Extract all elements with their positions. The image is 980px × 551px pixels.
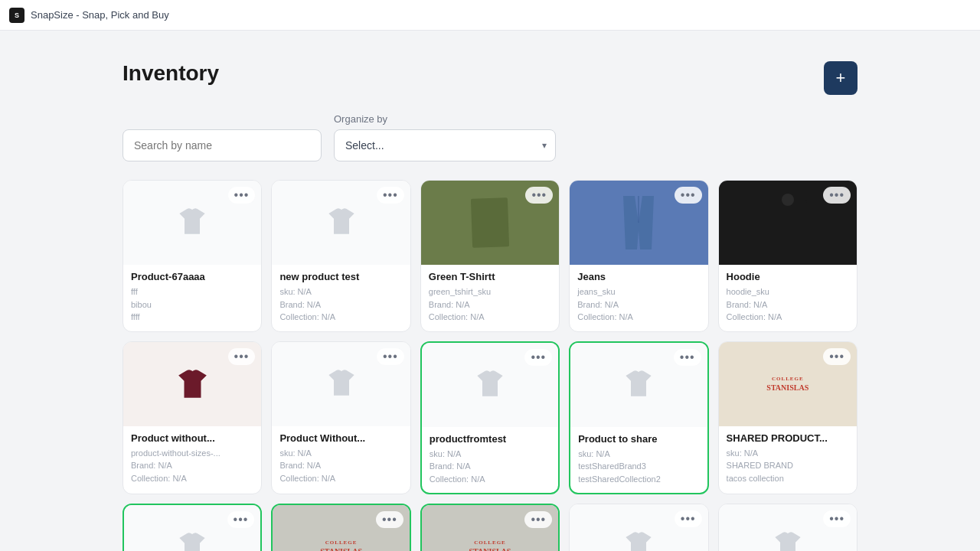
- card-meta: sku: N/AtestSharedBrand3testSharedCollec…: [578, 448, 699, 486]
- add-product-button[interactable]: +: [824, 61, 858, 95]
- more-options-button[interactable]: •••: [227, 511, 255, 528]
- card-meta-line: testSharedBrand3: [578, 460, 699, 473]
- card-image: COLLEGE STANISLAS •••: [422, 505, 558, 551]
- more-options-button[interactable]: •••: [377, 187, 404, 204]
- topbar-title: SnapSize - Snap, Pick and Buy: [31, 9, 169, 21]
- product-card[interactable]: ••• Green T-Shirtt green_tshirt_skuBrand…: [420, 180, 560, 332]
- placeholder-shirt-icon: [471, 364, 509, 406]
- more-options-button[interactable]: •••: [525, 187, 553, 204]
- card-body: Product-67aaaa fffbibouffff: [123, 265, 261, 331]
- filters-row: Organize by Select... Brand Collection S…: [122, 113, 858, 161]
- product-card[interactable]: ••• Product row3d sku: N/ABrand: N/AColl…: [569, 504, 708, 551]
- card-image: •••: [570, 181, 707, 265]
- more-options-button[interactable]: •••: [674, 349, 701, 366]
- product-card[interactable]: ••• Product Without... sku: N/ABrand: N/…: [271, 341, 410, 495]
- more-options-button[interactable]: •••: [228, 348, 256, 365]
- card-image: •••: [272, 181, 410, 265]
- card-product-name: Jeans: [577, 271, 700, 282]
- card-body: Hoodie hoodie_skuBrand: N/ACollection: N…: [719, 265, 857, 331]
- organize-select[interactable]: Select... Brand Collection SKU: [334, 129, 556, 161]
- card-meta-line: sku: N/A: [578, 448, 699, 461]
- more-options-button[interactable]: •••: [823, 187, 851, 204]
- card-product-name: productfromtest: [430, 433, 550, 445]
- card-meta: sku: N/ABrand: N/ACollection: N/A: [430, 448, 550, 486]
- product-card[interactable]: ••• Product to share sku: N/AtestSharedB…: [569, 341, 708, 495]
- card-meta-line: sku: N/A: [430, 448, 550, 461]
- more-options-button[interactable]: •••: [377, 348, 404, 365]
- card-meta-line: Brand: N/A: [727, 298, 849, 311]
- card-product-name: Product to share: [578, 433, 699, 445]
- card-meta-line: Collection: N/A: [279, 311, 402, 324]
- card-product-name: new product test: [279, 271, 402, 282]
- product-card[interactable]: ••• Product without... product-without-s…: [122, 341, 262, 495]
- card-meta-line: Brand: N/A: [577, 298, 700, 311]
- card-product-name: SHARED PRODUCT...: [727, 432, 849, 444]
- placeholder-shirt-icon: [769, 526, 807, 551]
- card-meta-line: green_tshirt_sku: [429, 285, 551, 298]
- more-options-button[interactable]: •••: [524, 511, 552, 528]
- product-card[interactable]: ••• Hoodie hoodie_skuBrand: N/ACollectio…: [718, 180, 858, 332]
- card-meta-line: Brand: N/A: [131, 459, 253, 472]
- card-product-name: Green T-Shirtt: [429, 271, 551, 282]
- main-content: Inventory + Organize by Select... Brand …: [0, 31, 980, 551]
- page-title: Inventory: [122, 61, 219, 86]
- card-meta: product-without-sizes-...Brand: N/AColle…: [131, 447, 253, 485]
- organize-by-label: Organize by: [334, 113, 556, 125]
- product-card[interactable]: ••• Product-67aaaa fffbibouffff: [122, 180, 262, 332]
- product-card[interactable]: COLLEGE STANISLAS ••• SHARED PRODUCT2 sk…: [271, 504, 410, 551]
- placeholder-shirt-icon: [619, 364, 658, 406]
- card-meta: hoodie_skuBrand: N/ACollection: N/A: [727, 285, 849, 324]
- card-meta-line: product-without-sizes-...: [131, 447, 253, 460]
- card-image: COLLEGE STANISLAS •••: [273, 505, 409, 551]
- more-options-button[interactable]: •••: [675, 187, 702, 204]
- card-meta: green_tshirt_skuBrand: N/ACollection: N/…: [429, 285, 551, 324]
- card-meta-line: Collection: N/A: [429, 311, 551, 324]
- placeholder-shirt-icon: [173, 202, 211, 243]
- product-card[interactable]: ••• Product row3a sku: N/ABrand: N/AColl…: [122, 504, 262, 551]
- card-body: Product Without... sku: N/ABrand: N/ACol…: [272, 426, 410, 493]
- placeholder-shirt-icon: [322, 364, 361, 405]
- product-card[interactable]: ••• productfromtest sku: N/ABrand: N/ACo…: [420, 341, 560, 495]
- card-meta-line: Collection: N/A: [430, 473, 550, 486]
- card-image: •••: [570, 504, 707, 551]
- card-meta-line: testSharedCollection2: [578, 473, 699, 486]
- app-icon: S: [9, 8, 24, 23]
- organize-filter-group: Organize by Select... Brand Collection S…: [334, 113, 556, 161]
- placeholder-shirt-icon: [322, 202, 361, 243]
- card-meta-line: Brand: N/A: [430, 460, 550, 473]
- page-header: Inventory +: [122, 61, 858, 95]
- card-image: •••: [124, 505, 260, 551]
- card-meta-line: jeans_sku: [577, 285, 700, 298]
- card-meta-line: ffff: [131, 311, 253, 324]
- card-meta-line: SHARED BRAND: [727, 459, 849, 472]
- product-card[interactable]: COLLEGE STANISLAS ••• SHARED PRODUCT... …: [718, 341, 858, 495]
- product-grid: ••• Product-67aaaa fffbibouffff ••• new …: [122, 180, 858, 551]
- more-options-button[interactable]: •••: [823, 348, 851, 365]
- card-image: •••: [421, 181, 559, 265]
- card-meta-line: hoodie_sku: [727, 285, 849, 298]
- product-card[interactable]: ••• Product row3e sku: N/ABrand: N/AColl…: [718, 504, 858, 551]
- card-meta-line: sku: N/A: [727, 447, 849, 460]
- card-body: Product without... product-without-sizes…: [123, 426, 261, 493]
- card-product-name: Hoodie: [727, 271, 849, 282]
- product-card[interactable]: ••• Jeans jeans_skuBrand: N/ACollection:…: [569, 180, 708, 332]
- more-options-button[interactable]: •••: [524, 349, 552, 366]
- more-options-button[interactable]: •••: [376, 511, 403, 528]
- more-options-button[interactable]: •••: [675, 510, 702, 527]
- more-options-button[interactable]: •••: [228, 187, 256, 204]
- product-card[interactable]: COLLEGE STANISLAS ••• SHARED PRODUCT3 sk…: [420, 504, 560, 551]
- card-image: •••: [422, 343, 558, 427]
- more-options-button[interactable]: •••: [823, 510, 851, 527]
- product-card[interactable]: ••• new product test sku: N/ABrand: N/AC…: [271, 180, 410, 332]
- card-meta-line: sku: N/A: [279, 447, 402, 460]
- card-image: •••: [719, 504, 857, 551]
- card-image: •••: [719, 181, 857, 265]
- card-image: •••: [123, 181, 261, 265]
- card-meta-line: Brand: N/A: [279, 459, 402, 472]
- card-product-name: Product-67aaaa: [131, 271, 253, 282]
- card-meta-line: Collection: N/A: [727, 311, 849, 324]
- search-input[interactable]: [122, 129, 322, 161]
- card-product-name: Product Without...: [279, 432, 402, 444]
- card-meta-line: Brand: N/A: [279, 298, 402, 311]
- placeholder-shirt-icon: [619, 526, 658, 551]
